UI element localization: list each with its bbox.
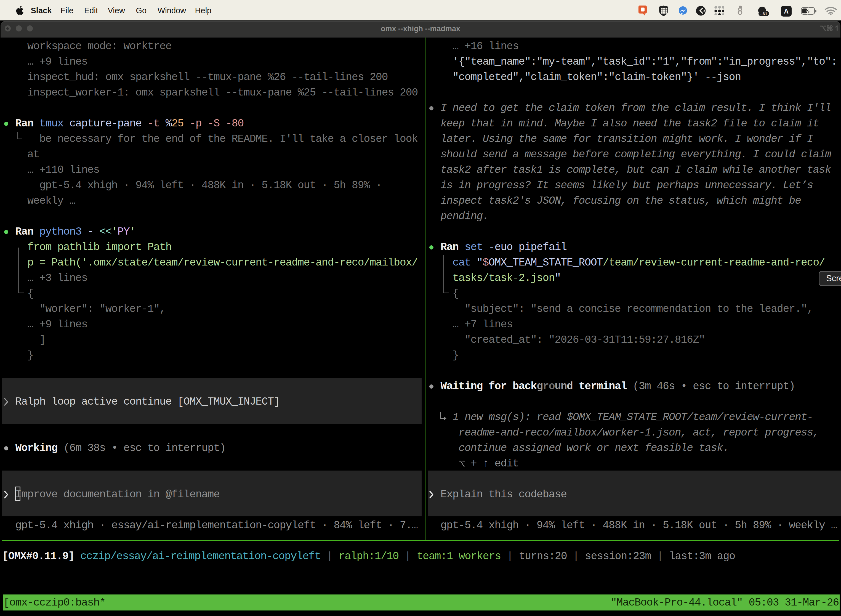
svg-text:..61: ..61: [760, 11, 767, 16]
svg-text:A: A: [784, 8, 788, 15]
